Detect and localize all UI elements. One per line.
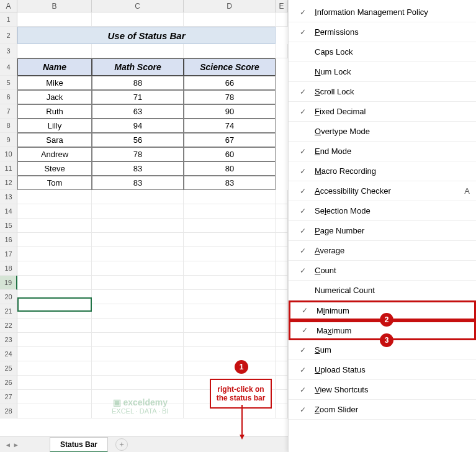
row-header[interactable]: 14 xyxy=(0,204,17,219)
row-header[interactable]: 15 xyxy=(0,219,17,233)
empty-cell[interactable] xyxy=(17,347,92,361)
col-header-e[interactable]: E xyxy=(276,0,288,12)
empty-cell[interactable] xyxy=(92,304,184,319)
empty-cell[interactable] xyxy=(276,304,288,319)
row-header[interactable]: 24 xyxy=(0,347,17,361)
row-header[interactable]: 6 xyxy=(0,90,17,104)
empty-cell[interactable] xyxy=(17,361,92,376)
empty-cell[interactable] xyxy=(184,333,276,347)
row-header[interactable]: 8 xyxy=(0,119,17,133)
empty-cell[interactable] xyxy=(184,44,276,58)
row-header[interactable]: 3 xyxy=(0,44,17,58)
empty-cell[interactable] xyxy=(276,219,288,233)
menu-item-permissions[interactable]: ✓Permissions xyxy=(289,22,476,42)
table-data-cell[interactable]: 66 xyxy=(184,76,276,90)
menu-item-average[interactable]: ✓Average xyxy=(289,241,476,261)
empty-cell[interactable] xyxy=(92,219,184,233)
col-header-d[interactable]: D xyxy=(184,0,276,12)
row-header[interactable]: 28 xyxy=(0,404,17,418)
table-data-cell[interactable]: 83 xyxy=(184,176,276,190)
empty-cell[interactable] xyxy=(184,233,276,247)
table-data-cell[interactable]: 67 xyxy=(184,133,276,147)
menu-item-macro-recording[interactable]: ✓Macro Recording xyxy=(289,161,476,181)
empty-cell[interactable] xyxy=(17,276,92,290)
menu-item-fixed-decimal[interactable]: ✓Fixed Decimal xyxy=(289,102,476,122)
row-header[interactable]: 7 xyxy=(0,104,17,119)
empty-cell[interactable] xyxy=(276,319,288,333)
empty-cell[interactable] xyxy=(92,333,184,347)
menu-item-count[interactable]: ✓Count xyxy=(289,261,476,281)
empty-cell[interactable] xyxy=(184,190,276,204)
empty-cell[interactable] xyxy=(276,404,288,418)
row-header[interactable]: 5 xyxy=(0,76,17,90)
row-header[interactable]: 2 xyxy=(0,27,17,44)
sheet-tab-status-bar[interactable]: Status Bar xyxy=(50,437,108,453)
table-data-cell[interactable]: Tom xyxy=(17,176,92,190)
empty-cell[interactable] xyxy=(92,44,184,58)
table-data-cell[interactable]: 74 xyxy=(184,119,276,133)
table-data-cell[interactable]: Lilly xyxy=(17,119,92,133)
menu-item-numerical-count[interactable]: Numerical Count xyxy=(289,281,476,301)
empty-cell[interactable] xyxy=(17,204,92,219)
empty-cell[interactable] xyxy=(276,390,288,404)
title-cell[interactable]: Use of Status Bar xyxy=(17,27,276,44)
row-header[interactable]: 19 xyxy=(0,276,17,290)
empty-cell[interactable] xyxy=(92,361,184,376)
menu-item-accessibility-checker[interactable]: ✓Accessibility CheckerA xyxy=(289,181,476,201)
empty-cell[interactable] xyxy=(276,347,288,361)
table-data-cell[interactable]: Ruth xyxy=(17,104,92,119)
empty-cell[interactable] xyxy=(92,261,184,276)
empty-cell[interactable] xyxy=(17,390,92,404)
empty-cell[interactable] xyxy=(184,276,276,290)
row-header[interactable]: 25 xyxy=(0,361,17,376)
table-data-cell[interactable]: 71 xyxy=(92,90,184,104)
menu-item-scroll-lock[interactable]: ✓Scroll Lock xyxy=(289,82,476,102)
add-sheet-button[interactable]: + xyxy=(115,438,128,451)
table-data-cell[interactable]: 80 xyxy=(184,161,276,176)
table-data-cell[interactable]: Steve xyxy=(17,161,92,176)
empty-cell[interactable] xyxy=(184,347,276,361)
empty-cell[interactable] xyxy=(17,333,92,347)
empty-cell[interactable] xyxy=(92,347,184,361)
empty-cell[interactable] xyxy=(276,333,288,347)
empty-cell[interactable] xyxy=(17,12,92,27)
menu-item-upload-status[interactable]: ✓Upload Status xyxy=(289,360,476,380)
empty-cell[interactable] xyxy=(184,261,276,276)
empty-cell[interactable] xyxy=(276,276,288,290)
empty-cell[interactable] xyxy=(92,276,184,290)
empty-cell[interactable] xyxy=(92,290,184,304)
empty-cell[interactable] xyxy=(276,376,288,390)
cells-area[interactable]: Use of Status BarNameMath ScoreScience S… xyxy=(17,12,288,418)
menu-item-end-mode[interactable]: ✓End Mode xyxy=(289,142,476,161)
menu-item-page-number[interactable]: ✓Page Number xyxy=(289,221,476,241)
row-header[interactable]: 23 xyxy=(0,333,17,347)
table-header-cell[interactable]: Science Score xyxy=(184,58,276,76)
empty-cell[interactable] xyxy=(276,247,288,261)
tab-nav-arrows[interactable]: ◄ ► xyxy=(0,441,50,448)
table-header-cell[interactable]: Name xyxy=(17,58,92,76)
col-header-c[interactable]: C xyxy=(92,0,184,12)
empty-cell[interactable] xyxy=(184,319,276,333)
empty-cell[interactable] xyxy=(276,361,288,376)
empty-cell[interactable] xyxy=(276,261,288,276)
table-data-cell[interactable]: Andrew xyxy=(17,147,92,161)
menu-item-view-shortcuts[interactable]: ✓View Shortcuts xyxy=(289,380,476,400)
row-header[interactable]: 17 xyxy=(0,247,17,261)
empty-cell[interactable] xyxy=(184,219,276,233)
empty-cell[interactable] xyxy=(92,12,184,27)
empty-cell[interactable] xyxy=(17,44,92,58)
menu-item-selection-mode[interactable]: ✓Selection Mode xyxy=(289,201,476,221)
empty-cell[interactable] xyxy=(17,319,92,333)
table-header-cell[interactable]: Math Score xyxy=(92,58,184,76)
row-header[interactable]: 9 xyxy=(0,133,17,147)
row-header[interactable]: 1 xyxy=(0,12,17,27)
row-header[interactable]: 11 xyxy=(0,161,17,176)
empty-cell[interactable] xyxy=(276,204,288,219)
empty-cell[interactable] xyxy=(92,190,184,204)
empty-cell[interactable] xyxy=(276,233,288,247)
empty-cell[interactable] xyxy=(92,204,184,219)
empty-cell[interactable] xyxy=(184,304,276,319)
table-data-cell[interactable]: Jack xyxy=(17,90,92,104)
table-data-cell[interactable]: 78 xyxy=(92,147,184,161)
empty-cell[interactable] xyxy=(276,44,288,58)
